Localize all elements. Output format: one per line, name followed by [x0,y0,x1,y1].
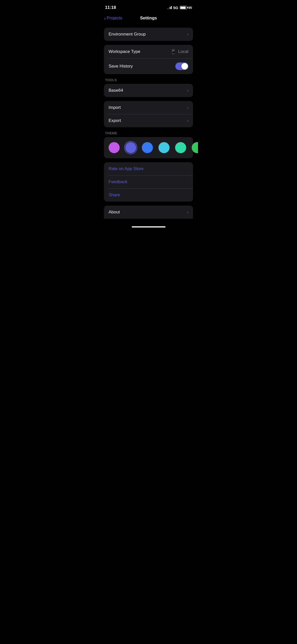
signal-bar-2 [169,8,169,9]
device-icon: 📱 [171,49,176,54]
base64-card: Base64 › [104,84,193,97]
theme-indigo[interactable] [125,142,136,153]
about-chevron-icon: › [187,210,188,214]
base64-right: › [187,88,188,92]
import-row[interactable]: Import › [104,101,193,114]
workspace-type-value: Local [178,49,188,54]
import-chevron-icon: › [187,106,188,110]
signal-bar-3 [170,7,171,9]
nav-bar: ‹ Projects Settings [99,14,198,24]
base64-row[interactable]: Base64 › [104,84,193,97]
base64-label: Base64 [109,88,123,93]
status-bar: 11:18 5G 95 [99,0,198,14]
page-title: Settings [140,16,157,21]
export-right: › [187,119,188,123]
about-row[interactable]: About › [104,206,193,219]
base64-chevron-icon: › [187,88,188,92]
signal-bar-4 [171,6,172,9]
feedback-card: Rate on App Store Feedback Share [104,162,193,202]
theme-purple[interactable] [109,142,120,153]
theme-sky[interactable] [158,142,170,153]
feedback-row[interactable]: Feedback [104,175,193,188]
save-history-label: Save History [109,64,133,69]
about-right: › [187,210,188,214]
theme-card [104,137,193,158]
share-row[interactable]: Share [104,188,193,202]
tools-section-header: TOOLS [104,78,193,84]
import-label: Import [109,105,121,110]
save-history-row[interactable]: Save History [104,58,193,74]
export-label: Export [109,118,121,123]
rate-app-store-row[interactable]: Rate on App Store [104,162,193,175]
theme-green[interactable] [192,142,198,153]
back-button[interactable]: ‹ Projects [104,16,122,21]
signal-bar-1 [167,8,168,9]
theme-blue[interactable] [142,142,153,153]
battery: 95 [180,6,192,10]
import-export-card: Import › Export › [104,101,193,127]
about-card: About › [104,206,193,219]
environment-group-row[interactable]: Environment Group › [104,28,193,41]
theme-teal[interactable] [175,142,186,153]
theme-section-header: THEME [104,131,193,137]
battery-fill [180,7,186,9]
workspace-type-label: Workspace Type [109,49,140,54]
environment-group-chevron-icon: › [187,32,188,36]
export-chevron-icon: › [187,119,188,123]
workspace-type-right: 📱 Local [171,49,188,54]
back-label: Projects [107,16,122,21]
environment-group-label: Environment Group [109,32,146,37]
about-label: About [109,210,120,215]
share-label: Share [109,192,120,198]
home-indicator [99,224,198,229]
battery-percent: 95 [188,6,192,10]
theme-circles [109,142,188,153]
import-right: › [187,106,188,110]
content: Environment Group › Workspace Type 📱 Loc… [99,24,198,224]
environment-group-right: › [187,32,188,36]
back-chevron-icon: ‹ [104,16,106,21]
toggle-thumb [181,63,188,70]
feedback-label: Feedback [109,179,127,184]
save-history-toggle[interactable] [175,62,188,70]
status-time: 11:18 [105,5,116,10]
network-label: 5G [173,6,178,10]
battery-body [180,6,187,9]
status-right: 5G 95 [167,6,192,10]
signal-bars [167,6,172,9]
workspace-type-row[interactable]: Workspace Type 📱 Local [104,45,193,58]
rate-app-store-label: Rate on App Store [109,166,144,171]
home-bar [132,226,166,228]
export-row[interactable]: Export › [104,114,193,127]
workspace-card: Workspace Type 📱 Local Save History [104,45,193,74]
environment-group-card: Environment Group › [104,28,193,41]
